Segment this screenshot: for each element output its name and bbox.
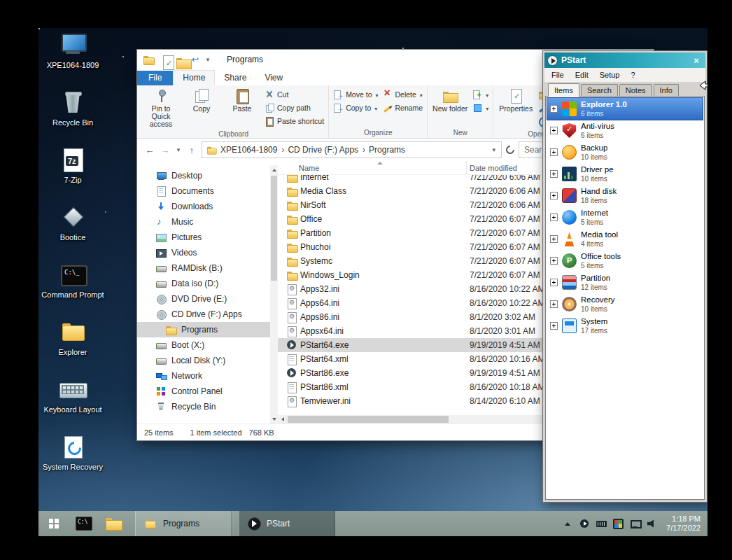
up-button[interactable]: ↑ <box>186 145 197 155</box>
breadcrumb-item[interactable]: Programs <box>360 145 407 155</box>
recent-locations-chevron-icon[interactable]: ▾ <box>175 146 182 153</box>
nav-tree-item[interactable]: Documents <box>137 183 278 199</box>
keyboard-tray-icon[interactable] <box>596 519 607 529</box>
expand-plus-icon[interactable] <box>550 127 558 134</box>
desktop-icon[interactable]: System Recovery <box>40 433 106 484</box>
pstart-list-item[interactable]: Office tools 5 items <box>547 250 703 272</box>
task-button[interactable]: Programs <box>135 511 232 536</box>
ribbon-tab[interactable]: File <box>137 71 173 85</box>
pstart-list-item[interactable]: Driver pe 10 items <box>547 163 703 185</box>
desktop-icon[interactable]: Explorer <box>40 318 106 370</box>
hidden-icons-chevron-icon[interactable] <box>563 519 573 529</box>
expand-plus-icon[interactable] <box>550 192 558 200</box>
expand-plus-icon[interactable] <box>550 105 558 113</box>
pstart-list-item[interactable]: Explorer 1.0 6 items <box>547 98 703 120</box>
pstart-titlebar[interactable]: PStart × <box>544 52 705 68</box>
expand-plus-icon[interactable] <box>550 257 558 265</box>
paste-shortcut-button[interactable]: Paste shortcut <box>265 116 324 126</box>
volume-tray-icon[interactable] <box>647 519 657 529</box>
copy-button[interactable]: Copy <box>181 86 222 114</box>
forward-button[interactable]: → <box>160 145 171 155</box>
qat-properties-icon[interactable] <box>160 54 169 65</box>
pstart-tray-icon[interactable] <box>579 519 590 529</box>
taskbar-explorer-button[interactable] <box>99 511 128 536</box>
desktop-icon[interactable]: XPE1064-1809 <box>40 31 106 83</box>
new-folder-button[interactable]: New folder <box>430 86 470 114</box>
nav-tree-item[interactable]: Data iso (D:) <box>137 276 278 291</box>
properties-button[interactable]: Properties <box>495 86 536 114</box>
scroll-up-icon[interactable] <box>270 165 278 174</box>
expand-plus-icon[interactable] <box>550 148 558 156</box>
pstart-tab[interactable]: Search <box>581 84 618 97</box>
nav-scrollbar-thumb[interactable] <box>271 176 277 281</box>
nav-tree-item[interactable]: Network <box>137 368 278 384</box>
close-icon[interactable]: × <box>690 55 703 66</box>
ribbon-tab[interactable]: View <box>255 71 292 85</box>
desktop-icon[interactable]: Recycle Bin <box>40 88 106 140</box>
nav-tree-item[interactable]: Programs <box>137 322 278 337</box>
nav-tree-item[interactable]: Local Disk (Y:) <box>137 353 278 368</box>
taskbar-cmd-button[interactable] <box>69 511 99 536</box>
copy-path-button[interactable]: Copy path <box>265 103 324 113</box>
scroll-down-icon[interactable] <box>270 414 278 424</box>
display-tray-icon[interactable] <box>613 519 624 529</box>
scroll-left-icon[interactable] <box>278 415 287 424</box>
copy-to-button[interactable]: Copy to <box>333 103 378 113</box>
nav-tree-item[interactable]: Downloads <box>137 199 278 214</box>
refresh-icon[interactable] <box>505 144 516 156</box>
expand-plus-icon[interactable] <box>550 214 558 221</box>
cut-button[interactable]: Cut <box>265 90 324 99</box>
pstart-tab[interactable]: Items <box>548 83 579 97</box>
pstart-list-item[interactable]: Hand disk 18 items <box>547 185 703 206</box>
qat-customize-chevron-icon[interactable]: ▾ <box>204 56 211 63</box>
nav-tree-item[interactable]: Videos <box>137 245 278 260</box>
nav-tree-item[interactable]: Pictures <box>137 230 278 245</box>
pstart-list-item[interactable]: Backup 10 items <box>547 141 703 163</box>
network-tray-icon[interactable] <box>630 519 640 529</box>
pstart-list-item[interactable]: Partition 12 items <box>547 272 703 293</box>
nav-tree-item[interactable]: Music <box>137 214 278 230</box>
nav-tree-item[interactable]: Desktop <box>137 168 278 183</box>
expand-plus-icon[interactable] <box>550 235 558 243</box>
desktop-icon[interactable]: 7-Zip <box>40 146 106 197</box>
pstart-list-item[interactable]: Internet 5 items <box>547 206 703 228</box>
pstart-tab[interactable]: Info <box>654 84 679 97</box>
pin-to-quick-access-button[interactable]: Pin to Quick access <box>141 86 181 130</box>
pstart-tab[interactable]: Notes <box>619 84 652 97</box>
easy-access-button[interactable] <box>472 103 488 113</box>
qat-undo-icon[interactable]: ↩ <box>192 55 199 64</box>
rename-button[interactable]: Rename <box>383 103 423 113</box>
task-button[interactable]: PStart <box>239 511 335 536</box>
breadcrumb-item[interactable]: CD Drive (F:) Apps <box>279 145 360 155</box>
desktop-icon[interactable]: Command Prompt <box>40 260 106 312</box>
pstart-list-item[interactable]: Recovery 10 items <box>547 293 703 315</box>
expand-plus-icon[interactable] <box>550 279 558 286</box>
menu-item[interactable]: Setup <box>596 69 624 80</box>
horizontal-scrollbar-thumb[interactable] <box>288 416 449 423</box>
nav-scrollbar[interactable] <box>270 165 278 424</box>
address-bar[interactable]: XPE1064-1809CD Drive (F:) AppsPrograms ▾ <box>202 141 502 158</box>
expand-plus-icon[interactable] <box>550 170 558 178</box>
paste-button[interactable]: Paste <box>222 86 262 114</box>
delete-button[interactable]: Delete <box>383 90 423 99</box>
nav-tree-item[interactable]: RAMDisk (B:) <box>137 260 278 276</box>
pstart-list-item[interactable]: Media tool 4 items <box>547 228 703 250</box>
desktop-icon[interactable]: Keyboard Layout <box>40 375 106 427</box>
qat-new-folder-icon[interactable] <box>175 54 186 65</box>
ribbon-tab[interactable]: Share <box>215 71 255 85</box>
nav-tree-item[interactable]: CD Drive (F:) Apps <box>137 307 278 322</box>
back-button[interactable]: ← <box>144 145 155 155</box>
menu-item[interactable]: File <box>547 69 568 80</box>
pstart-list-item[interactable]: System 17 items <box>547 315 703 337</box>
move-to-button[interactable]: Move to <box>333 90 378 99</box>
nav-tree-item[interactable]: Control Panel <box>137 384 278 399</box>
taskbar-clock[interactable]: 1:18 PM 7/17/2022 <box>663 511 708 536</box>
ribbon-tab[interactable]: Home <box>173 70 215 85</box>
address-dropdown-chevron-icon[interactable]: ▾ <box>490 146 498 153</box>
nav-tree-item[interactable]: Recycle Bin <box>137 399 278 414</box>
pstart-list-item[interactable]: Anti-virus 6 items <box>547 120 703 141</box>
nav-tree-item[interactable]: DVD Drive (E:) <box>137 291 278 307</box>
new-item-button[interactable] <box>472 90 488 99</box>
expand-plus-icon[interactable] <box>550 322 558 330</box>
breadcrumb-item[interactable]: XPE1064-1809 <box>218 145 279 155</box>
